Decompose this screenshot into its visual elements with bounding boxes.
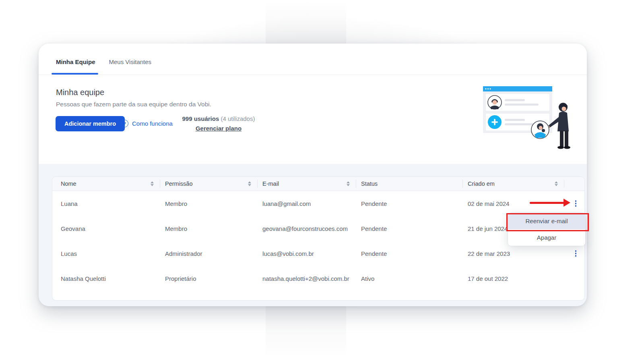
add-member-button[interactable]: Adicionar membro [56, 116, 125, 131]
member-email: lucas@vobi.com.br [258, 250, 356, 257]
annotation-highlight-box [506, 213, 589, 231]
sort-icon[interactable] [555, 181, 558, 186]
how-it-works-link[interactable]: ? Como funciona [121, 120, 173, 127]
member-created: 22 de mar 2023 [463, 250, 564, 257]
how-it-works-label: Como funciona [132, 120, 173, 127]
sort-icon[interactable] [347, 181, 350, 186]
tab-meus-visitantes[interactable]: Meus Visitantes [109, 58, 152, 65]
tab-bar: Minha Equipe Meus Visitantes [56, 58, 151, 65]
annotation-arrow-head-icon [564, 199, 570, 207]
member-permission: Membro [160, 225, 258, 232]
member-email: geovana@fourconstrucoes.com [258, 225, 356, 232]
member-permission: Proprietário [160, 275, 258, 282]
page-title: Minha equipe [56, 88, 104, 97]
column-header-permissao[interactable]: Permissão [160, 177, 258, 191]
member-email: natasha.quelotti+2@vobi.com.br [258, 275, 356, 282]
member-status: Pendente [356, 200, 463, 207]
table-row: Luana Membro luana@gmail.com Pendente 02… [52, 191, 584, 216]
member-name: Luana [52, 200, 160, 207]
team-settings-card: Minha Equipe Meus Visitantes Minha equip… [39, 44, 587, 306]
member-permission: Administrador [160, 250, 258, 257]
sort-icon[interactable] [151, 181, 154, 186]
row-menu-dots-icon[interactable] [574, 249, 578, 258]
annotation-arrow [530, 202, 564, 204]
member-status: Pendente [356, 250, 463, 257]
manage-plan-link[interactable]: Gerenciar plano [171, 125, 266, 132]
table-row: Lucas Administrador lucas@vobi.com.br Pe… [52, 241, 584, 266]
row-menu-dots-icon[interactable] [574, 199, 578, 208]
sort-icon[interactable] [248, 181, 251, 186]
table-header-row: Nome Permissão E-mail Status Criado em [52, 177, 584, 191]
column-header-email[interactable]: E-mail [258, 177, 356, 191]
tab-bar-divider [39, 75, 587, 75]
menu-item-apagar[interactable]: Apagar [508, 229, 585, 246]
users-used: (4 utilizados) [221, 115, 255, 122]
column-header-criado-em[interactable]: Criado em [463, 177, 564, 191]
column-header-actions [564, 177, 584, 191]
plan-usage: 999 usuários (4 utilizados) Gerenciar pl… [171, 115, 266, 132]
member-status: Pendente [356, 225, 463, 232]
member-permission: Membro [160, 200, 258, 207]
member-status: Ativo [356, 275, 463, 282]
question-circle-icon: ? [121, 120, 128, 127]
column-header-nome[interactable]: Nome [52, 177, 160, 191]
member-created: 17 de out 2022 [463, 275, 564, 282]
table-row: Geovana Membro geovana@fourconstrucoes.c… [52, 216, 584, 241]
members-table: Nome Permissão E-mail Status Criado em [52, 176, 585, 301]
member-name: Natasha Quelotti [52, 275, 160, 282]
column-header-status[interactable]: Status [356, 177, 463, 191]
top-section: Minha Equipe Meus Visitantes Minha equip… [39, 44, 587, 164]
screenshot-stage: Minha Equipe Meus Visitantes Minha equip… [0, 0, 644, 359]
page-subtitle: Pessoas que fazem parte da sua equipe de… [56, 101, 211, 108]
member-name: Geovana [52, 225, 160, 232]
table-row: Natasha Quelotti Proprietário natasha.qu… [52, 266, 584, 291]
member-email: luana@gmail.com [258, 200, 356, 207]
member-name: Lucas [52, 250, 160, 257]
team-illustration [479, 81, 576, 151]
users-quota: 999 usuários [182, 115, 219, 122]
tab-minha-equipe[interactable]: Minha Equipe [56, 58, 95, 65]
